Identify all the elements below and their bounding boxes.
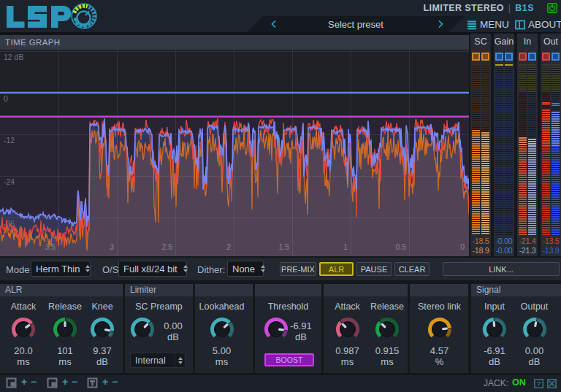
spinner-down-icon[interactable]	[178, 361, 183, 364]
time-axis-label: 1.5	[278, 242, 289, 251]
limiter-stereo-link-knob[interactable]	[427, 317, 452, 342]
meter-gain-channel-right-button[interactable]	[505, 53, 513, 61]
dither-combo[interactable]: None	[227, 261, 264, 277]
alr-attack-control: Attack20.0ms	[3, 296, 44, 373]
signal-output-value: 0.00	[513, 345, 556, 356]
meter-sc-channel-right-button[interactable]	[481, 53, 489, 61]
window-scale-icon[interactable]	[6, 377, 17, 388]
meter-in-value: -21.4	[517, 237, 538, 245]
about-button[interactable]: ABOUT	[515, 18, 561, 31]
spinner-up-icon[interactable]	[183, 265, 188, 268]
combo-spinner-icon	[180, 261, 191, 276]
spinner-down-icon[interactable]	[85, 269, 90, 272]
db-axis-label: 0	[4, 94, 8, 103]
meter-zone	[519, 146, 527, 235]
spinner-up-icon[interactable]	[178, 357, 183, 360]
alr-release-knob[interactable]	[53, 317, 77, 342]
meter-out-channel-left-button[interactable]	[542, 53, 550, 61]
alr-attack-label: Attack	[3, 301, 44, 312]
alr-knee-knob[interactable]	[90, 317, 115, 342]
font-scale-plus-button[interactable]: +	[102, 376, 108, 388]
alr-knee-value: 9.37	[82, 345, 123, 356]
preset-name[interactable]: Select preset	[247, 19, 465, 30]
limiter-attack-unit: ms	[326, 356, 369, 367]
alr-knee-unit: dB	[82, 356, 123, 367]
meter-out-value: -13.9	[541, 246, 561, 255]
limiter-release-control: Release0.915ms	[367, 296, 408, 373]
meter-gain-label: Gain	[494, 36, 514, 47]
alr-attack-knob[interactable]	[11, 317, 36, 342]
spinner-up-icon[interactable]	[85, 265, 90, 268]
window-scale-minus-button[interactable]: −	[31, 376, 37, 388]
meter-zone	[528, 64, 536, 93]
widget-scale-plus-button[interactable]: +	[62, 376, 68, 388]
preset-next-button[interactable]	[435, 19, 446, 29]
limiter-attack-value: 0.987	[326, 345, 369, 356]
db-axis-label: 12 dB	[4, 53, 23, 61]
limiter-release-unit: ms	[367, 356, 408, 367]
widget-scale-icon[interactable]	[47, 377, 58, 388]
meter-peak-indicator	[542, 102, 550, 105]
meter-sc-channel-left-button[interactable]	[472, 53, 480, 61]
meter-zone	[472, 130, 480, 235]
mode-combo[interactable]: Herm Thin	[31, 261, 91, 277]
combo-label-2: Dither:	[197, 264, 225, 275]
meter-zone	[519, 137, 527, 146]
knob-graphic	[427, 317, 452, 342]
limiter-release-knob[interactable]	[375, 317, 400, 342]
window-scale-plus-button[interactable]: +	[21, 376, 27, 388]
menu-button[interactable]: MENU	[467, 18, 509, 31]
plugin-name: LIMITER STEREO	[424, 3, 504, 13]
boost-button[interactable]: BOOST	[264, 353, 314, 366]
font-scale-icon[interactable]	[87, 377, 98, 388]
os-combo[interactable]: Full x8/24 bit	[118, 261, 187, 277]
meter-in-label: In	[517, 36, 538, 47]
column-divider	[408, 284, 410, 373]
alr-button[interactable]: ALR	[319, 262, 354, 276]
meter-in-channel-right-button[interactable]	[528, 53, 536, 61]
meter-zone	[542, 146, 550, 235]
clear-button[interactable]: CLEAR	[394, 262, 430, 276]
limiter-sc-preamp-source-combo[interactable]: Internal	[130, 353, 186, 368]
limiter-attack-knob[interactable]	[335, 317, 360, 342]
time-graph-canvas	[0, 50, 469, 256]
limiter-lookahead-value: 5.00	[195, 345, 248, 356]
pre-mix-button[interactable]: PRE-MIX	[280, 262, 316, 276]
limiter-lookahead-knob[interactable]	[210, 317, 234, 342]
panel-alr-header: ALR	[0, 284, 123, 296]
meter-in-channel-left-button[interactable]	[519, 53, 527, 61]
panel-limiter-header: Limiter	[125, 284, 468, 296]
time-graph-header: TIME GRAPH	[0, 35, 469, 50]
menu-icon	[467, 20, 477, 30]
panel-limiter: Limiter SC Preamp0.00dBInternalLookahead…	[125, 284, 468, 373]
meter-in-value: -21.3	[517, 246, 538, 255]
help-icon[interactable]: ?	[534, 379, 543, 388]
signal-output-knob[interactable]	[522, 317, 547, 342]
meter-out-channel-right-button[interactable]	[552, 53, 560, 61]
knob-graphic	[482, 317, 507, 342]
disconnect-icon[interactable]	[547, 379, 557, 388]
meter-zone	[519, 64, 527, 93]
power-button[interactable]	[547, 3, 557, 13]
signal-input-knob[interactable]	[482, 317, 507, 342]
meter-zone	[528, 93, 536, 139]
spinner-up-icon[interactable]	[261, 265, 265, 268]
panel-alr-body: Attack20.0msRelease101msKnee9.37dB	[0, 296, 123, 373]
meter-sc: SC-18.5-18.9	[470, 34, 491, 256]
link-button[interactable]: LINK...	[443, 262, 560, 276]
spinner-down-icon[interactable]	[261, 269, 265, 272]
limiter-stereo-link-value: 4.57	[411, 345, 468, 356]
pause-button[interactable]: PAUSE	[356, 262, 392, 276]
widget-scale-minus-button[interactable]: −	[72, 376, 77, 388]
meter-sc-value: -18.5	[470, 237, 491, 245]
time-graph-plot[interactable]: 12 dB0-12-24-363.532.521.510.50	[0, 50, 469, 256]
meter-sc-bar	[472, 64, 480, 235]
meter-gain-channel-left-button[interactable]	[495, 53, 503, 61]
panel-limiter-body: SC Preamp0.00dBInternalLookahead5.00msTh…	[125, 296, 468, 373]
time-axis-label: 0.5	[395, 242, 406, 251]
spinner-down-icon[interactable]	[183, 269, 188, 272]
preset-prev-button[interactable]	[269, 19, 279, 29]
font-scale-minus-button[interactable]: −	[112, 376, 118, 388]
limiter-sc-preamp-knob[interactable]	[130, 317, 155, 342]
signal-input-control: Input-6.91dB	[473, 296, 516, 373]
